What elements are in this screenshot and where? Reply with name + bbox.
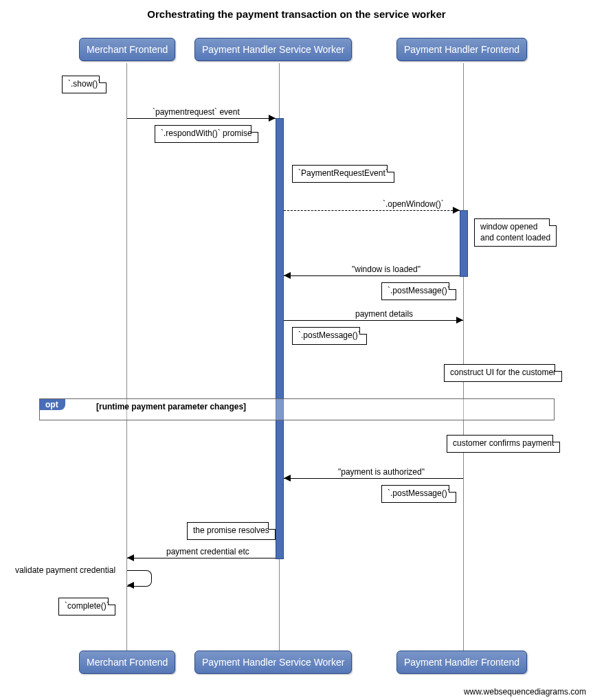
lifeline-p1 — [126, 63, 127, 651]
arrow-paymentcredential — [127, 558, 276, 558]
note-respondwith: `.respondWith()` promise — [155, 125, 258, 143]
participant-ph-top: Payment Handler Frontend — [396, 38, 527, 61]
lifeline-p3 — [463, 63, 464, 651]
note-constructui: construct UI for the customer — [444, 364, 562, 382]
activation-sw — [276, 118, 284, 559]
footer-credit: www.websequencediagrams.com — [464, 687, 586, 697]
opt-tab: opt — [40, 399, 65, 410]
participant-merchant-top: Merchant Frontend — [79, 38, 175, 61]
note-postmessage1: `.postMessage()` — [381, 282, 456, 300]
msg-validate: validate payment credential — [14, 565, 117, 575]
msg-paymentrequest: `paymentrequest` event — [151, 107, 241, 117]
note-complete: `complete()` — [58, 598, 115, 616]
note-postmessage2: `.postMessage()` — [292, 327, 367, 345]
participant-ph-bottom: Payment Handler Frontend — [396, 651, 527, 674]
note-show: `.show()` — [62, 76, 107, 93]
msg-paymentdetails: payment details — [354, 309, 414, 319]
activation-ph — [460, 210, 468, 277]
participant-sw-bottom: Payment Handler Service Worker — [194, 651, 352, 674]
note-customer-confirms: customer confirms payment — [447, 435, 560, 453]
sequence-diagram: Orchestrating the payment transaction on… — [0, 0, 593, 700]
msg-windowloaded: "window is loaded" — [350, 264, 422, 274]
msg-paymentcredential: payment credential etc — [165, 547, 251, 556]
note-window-opened: window opened and content loaded — [474, 218, 557, 247]
note-pre: `PaymentRequestEvent` — [292, 165, 394, 183]
note-promise-resolves: the promise resolves — [187, 522, 276, 540]
arrow-windowloaded — [284, 275, 460, 276]
participant-merchant-bottom: Merchant Frontend — [79, 651, 175, 674]
msg-paymentauthorized: "payment is authorized" — [337, 467, 426, 477]
arrow-openwindow — [284, 210, 460, 211]
arrow-paymentrequest — [127, 118, 276, 119]
arrow-paymentdetails — [284, 320, 463, 321]
diagram-title: Orchestrating the payment transaction on… — [0, 8, 593, 20]
msg-openwindow: `.openWindow()` — [381, 199, 445, 209]
arrow-paymentauthorized — [284, 478, 463, 479]
opt-guard: [runtime payment parameter changes] — [96, 402, 246, 411]
participant-sw-top: Payment Handler Service Worker — [194, 38, 352, 61]
note-postmessage3: `.postMessage()` — [381, 485, 456, 503]
